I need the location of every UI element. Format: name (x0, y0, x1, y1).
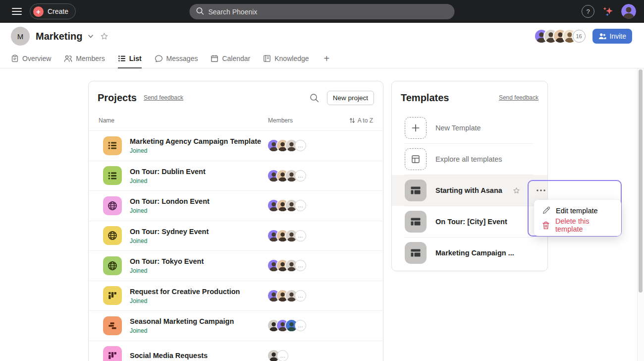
search-placeholder: Search Phoenix (209, 8, 258, 16)
template-action[interactable]: New Template (392, 113, 547, 143)
tab-label: Calendar (222, 55, 250, 62)
menu-item-label: Edit template (556, 207, 598, 215)
menu-item-edit-template[interactable]: Edit template (534, 203, 621, 218)
more-members-button[interactable]: … (295, 200, 306, 211)
tab-label: Overview (22, 55, 51, 62)
template-outline-icon (405, 148, 427, 170)
app-window: + Create Search Phoenix ? M Marketing 16 (0, 0, 644, 361)
more-members-button[interactable]: … (295, 230, 306, 241)
project-row[interactable]: On Tour: London EventJoined… (89, 190, 383, 221)
plus-icon: + (33, 6, 44, 17)
project-row[interactable]: Seasonal Marketing CampaignJoined… (89, 310, 383, 341)
menu-item-delete-this-template[interactable]: Delete this template (534, 218, 621, 233)
ai-sparkles-icon[interactable] (602, 5, 614, 17)
templates-panel: Templates Send feedback New TemplateExpl… (391, 81, 548, 271)
project-row[interactable]: Social Media Requests… (89, 341, 383, 361)
projects-column-headers: Name Members A to Z (89, 117, 383, 124)
team-avatar[interactable]: M (11, 27, 30, 46)
projects-list: Marketing Agency Campaign TemplateJoined… (89, 130, 383, 361)
member-overflow-count[interactable]: 16 (573, 30, 586, 43)
pencil-icon (542, 206, 550, 215)
template-item[interactable]: On Tour: [City] Event (392, 206, 547, 237)
scrollbar-track[interactable] (637, 68, 644, 361)
project-board-icon (103, 346, 122, 361)
project-members: … (268, 200, 345, 211)
more-members-button[interactable]: … (277, 350, 288, 361)
topbar-actions: ? (582, 4, 636, 19)
user-avatar[interactable] (621, 4, 636, 19)
more-options-icon[interactable] (536, 187, 546, 194)
tab-members[interactable]: Members (64, 50, 105, 68)
tab-list[interactable]: List (118, 50, 142, 68)
project-name: On Tour: Sydney Event (130, 227, 209, 236)
scrollbar-thumb[interactable] (639, 69, 643, 293)
new-project-button[interactable]: New project (327, 91, 374, 105)
template-icon (405, 211, 427, 233)
more-members-button[interactable]: … (295, 140, 306, 151)
project-row[interactable]: Request for Creative ProductionJoined… (89, 281, 383, 311)
tab-bar: OverviewMembersListMessagesCalendarKnowl… (0, 50, 644, 68)
tab-messages[interactable]: Messages (155, 50, 198, 68)
message-icon (155, 55, 163, 62)
projects-send-feedback-link[interactable]: Send feedback (144, 94, 183, 101)
projects-panel: Projects Send feedback New project Name … (88, 81, 383, 361)
list-icon (118, 55, 126, 62)
project-globe-icon (103, 226, 122, 245)
favorite-star-icon[interactable] (100, 32, 108, 41)
projects-title: Projects (98, 90, 137, 105)
more-members-button[interactable]: … (295, 260, 306, 271)
create-button[interactable]: + Create (30, 3, 76, 19)
calendar-icon (211, 55, 218, 62)
tab-knowledge[interactable]: Knowledge (263, 50, 309, 68)
clipboard-icon (11, 55, 19, 62)
template-star-icon[interactable] (513, 187, 520, 194)
template-icon (405, 180, 427, 201)
project-status: Joined (130, 298, 240, 304)
project-members: … (268, 140, 345, 151)
project-status: Joined (130, 267, 204, 274)
global-search-input[interactable]: Search Phoenix (190, 4, 455, 19)
project-row[interactable]: On Tour: Tokyo EventJoined… (89, 250, 383, 281)
sort-label: A to Z (358, 117, 373, 124)
project-members: … (268, 320, 345, 331)
more-members-button[interactable]: … (295, 320, 306, 331)
trash-icon (542, 221, 550, 230)
more-members-button[interactable]: … (295, 170, 306, 181)
hamburger-menu-icon[interactable] (8, 3, 26, 19)
tab-calendar[interactable]: Calendar (211, 50, 250, 68)
project-timeline-icon (103, 316, 122, 335)
project-globe-icon (103, 256, 122, 275)
project-status: Joined (130, 147, 261, 154)
project-board-icon (103, 286, 122, 305)
invite-button[interactable]: Invite (592, 29, 632, 44)
project-status: Joined (130, 178, 206, 184)
template-item[interactable]: Marketing Campaign ... (392, 238, 547, 268)
template-name: On Tour: [City] Event (435, 218, 507, 226)
column-header-members: Members (268, 117, 345, 124)
help-button[interactable]: ? (582, 5, 594, 18)
user-avatar-image (621, 4, 636, 19)
tab-label: Messages (166, 55, 198, 62)
tab-label: Knowledge (274, 55, 309, 62)
sort-control[interactable]: A to Z (349, 117, 373, 124)
invite-button-label: Invite (610, 32, 626, 40)
template-action[interactable]: Explore all templates (392, 144, 547, 175)
more-members-button[interactable]: … (295, 290, 306, 301)
sort-arrows-icon (349, 118, 355, 123)
project-status: Joined (130, 327, 234, 334)
project-row[interactable]: Marketing Agency Campaign TemplateJoined… (89, 130, 383, 161)
templates-send-feedback-link[interactable]: Send feedback (499, 94, 538, 101)
template-item[interactable]: Starting with Asana (392, 175, 547, 206)
chevron-down-icon[interactable] (88, 33, 94, 39)
tab-overview[interactable]: Overview (11, 50, 51, 68)
project-row[interactable]: On Tour: Sydney EventJoined… (89, 221, 383, 251)
project-members: … (268, 230, 345, 241)
create-button-label: Create (48, 7, 68, 15)
add-tab-button[interactable]: + (322, 50, 332, 68)
column-header-name: Name (99, 117, 268, 124)
project-name: Social Media Requests (130, 351, 208, 360)
project-row[interactable]: On Tour: Dublin EventJoined… (89, 161, 383, 191)
projects-search-icon[interactable] (310, 93, 319, 103)
member-avatar-stack[interactable]: 16 (535, 30, 586, 43)
project-name: Marketing Agency Campaign Template (130, 137, 261, 146)
